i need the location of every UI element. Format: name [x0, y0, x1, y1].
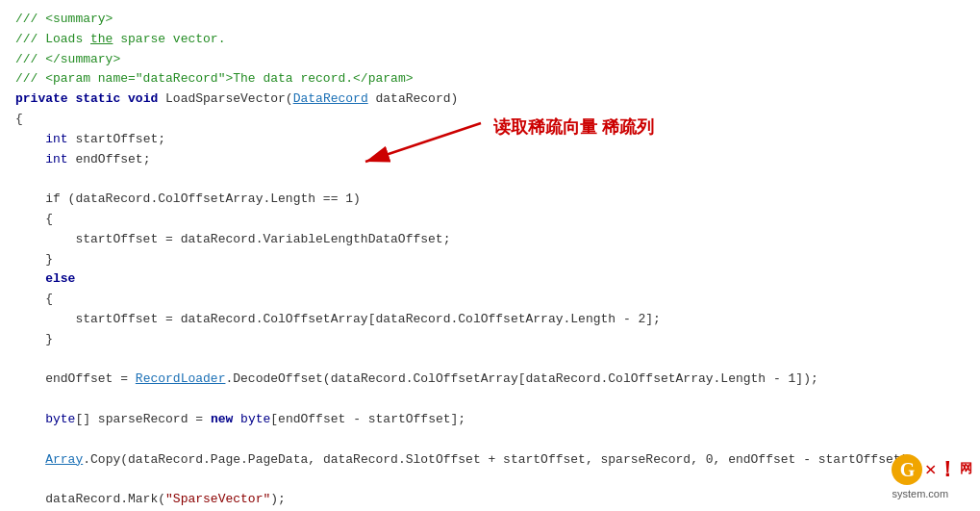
- code-content2: startOffset;: [68, 130, 165, 150]
- watermark-col: G ×！ 网 system.com: [892, 452, 972, 503]
- code-line-2: /// Loads the sparse vector.: [10, 30, 980, 50]
- code-content: if (dataRecord.ColOffsetArray.Length == …: [15, 190, 361, 210]
- watermark-site: system.com: [892, 486, 948, 503]
- code-line-18: [10, 350, 980, 370]
- code-line-21: byte[] sparseRecord = new byte[endOffset…: [10, 410, 980, 430]
- code-line-12: startOffset = dataRecord.VariableLengthD…: [10, 230, 980, 250]
- code-content: [15, 150, 45, 170]
- code-line-8: int endOffset;: [10, 150, 980, 170]
- method-name: LoadSparseVector(: [165, 89, 293, 110]
- code-line-25: dataRecord.Mark("SparseVector");: [10, 490, 980, 510]
- type-int: int: [45, 130, 67, 150]
- keyword-void: void: [128, 89, 165, 110]
- code-line-14: else: [10, 269, 980, 290]
- code-content2: .Copy(dataRecord.Page.PageData, dataReco…: [83, 450, 916, 471]
- code-content: endOffset =: [15, 370, 136, 390]
- watermark-g-circle: G: [892, 454, 922, 485]
- brace-open: {: [15, 110, 23, 130]
- code-comment2: sparse vector.: [113, 30, 225, 50]
- code-line-19: endOffset = RecordLoader.DecodeOffset(da…: [10, 370, 980, 390]
- code-line-3: /// </summary>: [10, 50, 980, 70]
- code-line-15: {: [10, 290, 980, 310]
- code-content4: [endOffset - startOffset];: [270, 410, 465, 430]
- code-content: [15, 130, 45, 150]
- keyword-else: else: [15, 269, 75, 290]
- code-line-5: private static void LoadSparseVector(Dat…: [10, 89, 980, 110]
- code-line-16: startOffset = dataRecord.ColOffsetArray[…: [10, 310, 980, 330]
- param-datarecord: dataRecord): [368, 89, 459, 110]
- code-content: {: [15, 210, 53, 230]
- code-line-6: {: [10, 110, 980, 130]
- keyword-static: static: [75, 89, 128, 110]
- code-content2: endOffset;: [68, 150, 151, 170]
- type-byte2: byte: [240, 410, 270, 430]
- code-line-23: Array.Copy(dataRecord.Page.PageData, dat…: [10, 450, 980, 471]
- code-content: dataRecord.Mark(: [15, 490, 165, 510]
- code-line-20: [10, 390, 980, 410]
- code-comment-the: the: [90, 30, 113, 50]
- code-line-9: [10, 169, 980, 190]
- code-comment-param-open: /// <param name="dataRecord">: [15, 69, 233, 89]
- string-sparse-vector: "SparseVector": [165, 490, 270, 510]
- code-line-1: /// <summary>: [10, 10, 980, 30]
- code-content: startOffset = dataRecord.VariableLengthD…: [15, 230, 450, 250]
- watermark-xi-label: ×！: [924, 452, 958, 486]
- code-content: [15, 450, 45, 471]
- code-comment: /// Loads: [15, 30, 90, 50]
- type-int2: int: [45, 150, 67, 170]
- code-comment-param-content: The data record.</param>: [233, 69, 413, 89]
- code-line-7: int startOffset;: [10, 130, 980, 150]
- code-content: [15, 410, 45, 430]
- code-area: /// <summary> /// Loads the sparse vecto…: [0, 0, 980, 511]
- code-content2: .DecodeOffset(dataRecord.ColOffsetArray[…: [225, 370, 817, 390]
- watermark-top-row: G ×！ 网: [892, 452, 972, 486]
- code-line-17: }: [10, 330, 980, 350]
- keyword-private: private: [15, 89, 75, 110]
- code-comment: /// </summary>: [15, 50, 120, 70]
- watermark-net-label: 网: [960, 459, 972, 479]
- watermark: G ×！ 网 system.com: [892, 452, 972, 503]
- code-content: {: [15, 290, 53, 310]
- type-datarecord[interactable]: DataRecord: [293, 89, 368, 110]
- code-line-11: {: [10, 210, 980, 230]
- code-line-13: }: [10, 250, 980, 270]
- code-content: }: [15, 250, 53, 270]
- code-content: startOffset = dataRecord.ColOffsetArray[…: [15, 310, 661, 330]
- code-content: }: [15, 330, 53, 350]
- code-line-22: [10, 430, 980, 450]
- code-content3: [233, 410, 240, 430]
- keyword-new: new: [211, 410, 233, 430]
- code-line-24: [10, 470, 980, 490]
- code-line-4: /// <param name="dataRecord">The data re…: [10, 69, 980, 89]
- code-line-10: if (dataRecord.ColOffsetArray.Length == …: [10, 190, 980, 210]
- code-content2: );: [270, 490, 286, 510]
- code-content2: [] sparseRecord =: [75, 410, 210, 430]
- type-byte: byte: [45, 410, 75, 430]
- link-recordloader[interactable]: RecordLoader: [136, 370, 226, 390]
- link-array[interactable]: Array: [45, 450, 83, 471]
- code-comment: /// <summary>: [15, 10, 113, 30]
